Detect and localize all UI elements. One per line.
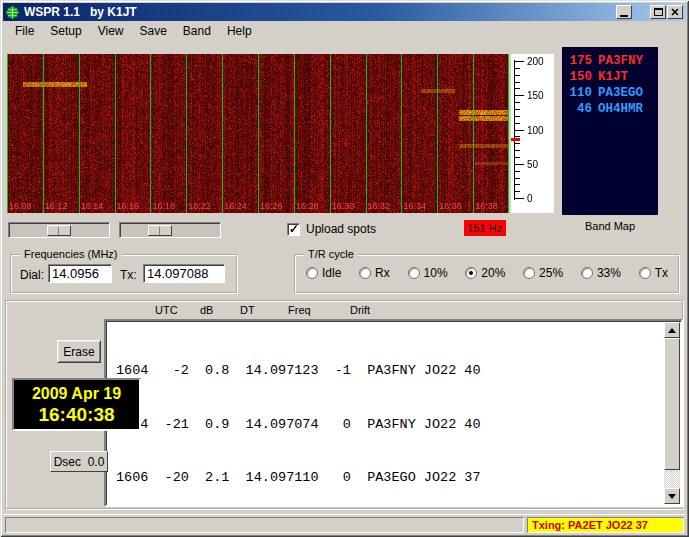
radio-label: Idle [322,266,341,280]
statusbar: Txing: PA2ET JO22 37 [3,514,686,534]
column-header-freq: Freq [288,304,311,316]
radio-tx[interactable]: Tx [639,266,668,280]
radio-idle[interactable]: Idle [306,266,341,280]
upload-spots-checkbox[interactable]: Upload spots [287,222,376,236]
decode-scrollbar[interactable] [664,322,680,504]
txing-status-cell: Txing: PA2ET JO22 37 [527,517,684,533]
scale-tick [515,130,524,131]
radio-button-icon[interactable] [306,267,318,279]
scroll-down-button[interactable] [664,488,680,504]
dsec-display: Dsec 0.0 [50,451,108,472]
close-button[interactable] [667,5,683,19]
menubar: File Setup View Save Band Help [3,21,686,41]
maximize-icon [654,8,663,16]
radio-button-icon[interactable] [359,267,371,279]
waterfall-zero-slider[interactable] [119,222,221,238]
frequency-scale: 200 150 100 50 0 [511,54,554,213]
tr-cycle-group: T/R cycle Idle Rx 10% 20% 25% 33% Tx [294,254,680,294]
tx-label: Tx: [120,268,137,282]
radio-label: 20% [481,266,505,280]
minimize-icon [620,15,628,17]
column-header-dt: DT [240,304,255,316]
dial-frequency-input[interactable] [48,264,112,283]
radio-label: 10% [424,266,448,280]
wspr-window: WSPR 1.1 by K1JT File Setup View Save Ba… [0,0,689,537]
radio-label: 33% [597,266,621,280]
status-message-cell [5,517,524,533]
radio-button-icon[interactable] [408,267,420,279]
scale-number: 200 [527,56,544,67]
slider-thumb[interactable] [47,225,71,236]
slider-thumb[interactable] [148,225,172,236]
menu-view[interactable]: View [90,22,132,40]
scale-number: 150 [527,90,544,101]
dial-label: Dial: [20,268,44,282]
minimize-button[interactable] [616,5,632,19]
menu-setup[interactable]: Setup [42,22,89,40]
radio-button-icon[interactable] [465,267,477,279]
scroll-up-button[interactable] [664,322,680,338]
tx-frequency-input[interactable] [143,264,225,283]
band-map-entry: 175PA3FNY [568,53,658,69]
band-map-panel: 175PA3FNY 150K1JT 110PA3EGO 46OH4HMR [562,47,658,215]
radio-20pct[interactable]: 20% [465,266,505,280]
waterfall-display[interactable] [7,54,509,213]
band-map-freq: 46 [568,101,592,117]
tr-cycle-group-title: T/R cycle [304,248,358,260]
rx-level-marker [511,138,520,141]
menu-file[interactable]: File [7,22,42,40]
band-map-freq: 150 [568,69,592,85]
clock-date: 2009 Apr 19 [32,384,121,404]
radio-rx[interactable]: Rx [359,266,390,280]
decode-row: 1606 -20 2.1 14.097110 0 PA3EGO JO22 37 [116,469,662,487]
scale-number: 50 [527,159,538,170]
band-map-freq: 175 [568,53,592,69]
arrow-down-icon [668,494,676,499]
radio-button-icon[interactable] [523,267,535,279]
decode-text-area[interactable]: 1604 -2 0.8 14.097123 -1 PA3FNY JO22 40 … [104,319,683,507]
decode-list: 1604 -2 0.8 14.097123 -1 PA3FNY JO22 40 … [108,323,662,503]
band-map-call: PA3FNY [598,54,643,68]
decode-row: 1604 -21 0.9 14.097074 0 PA3FNY JO22 40 [116,416,662,434]
app-icon [6,6,19,19]
scale-tick [515,164,524,165]
band-map-freq: 110 [568,85,592,101]
titlebar[interactable]: WSPR 1.1 by K1JT [3,3,686,21]
frequencies-group: Frequencies (MHz) Dial: Tx: [10,254,238,294]
band-map-label: Band Map [562,220,658,232]
scale-tick [515,198,524,199]
radio-10pct[interactable]: 10% [408,266,448,280]
clock-time: 16:40:38 [38,404,114,426]
radio-33pct[interactable]: 33% [581,266,621,280]
scale-number: 0 [527,193,533,204]
band-map-entry: 150K1JT [568,69,658,85]
arrow-up-icon [668,328,676,333]
upload-spots-checkbox-box[interactable] [287,223,300,236]
band-map-call: OH4HMR [598,102,643,116]
close-icon [671,8,679,16]
menu-save[interactable]: Save [132,22,175,40]
decode-row: 1604 -2 0.8 14.097123 -1 PA3FNY JO22 40 [116,362,662,380]
waterfall-gain-slider[interactable] [8,222,110,238]
rx-tone-frequency-badge: 151 Hz [464,220,506,236]
scale-tick [515,61,524,62]
menu-help[interactable]: Help [219,22,260,40]
frequencies-group-title: Frequencies (MHz) [20,248,122,260]
menu-band[interactable]: Band [175,22,219,40]
column-header-drift: Drift [350,304,370,316]
maximize-button[interactable] [650,5,666,19]
radio-label: Rx [375,266,390,280]
scrollbar-thumb[interactable] [664,338,680,470]
column-header-utc: UTC [155,304,178,316]
radio-button-icon[interactable] [639,267,651,279]
scale-number: 100 [527,125,544,136]
utc-clock: 2009 Apr 19 16:40:38 [12,378,141,431]
erase-button[interactable]: Erase [57,340,101,363]
radio-25pct[interactable]: 25% [523,266,563,280]
radio-button-icon[interactable] [581,267,593,279]
band-map-call: PA3EGO [598,86,643,100]
tr-cycle-options: Idle Rx 10% 20% 25% 33% Tx [306,266,668,280]
band-map-entry: 46OH4HMR [568,101,658,117]
upload-spots-label: Upload spots [306,222,376,236]
band-map-call: K1JT [598,70,628,84]
